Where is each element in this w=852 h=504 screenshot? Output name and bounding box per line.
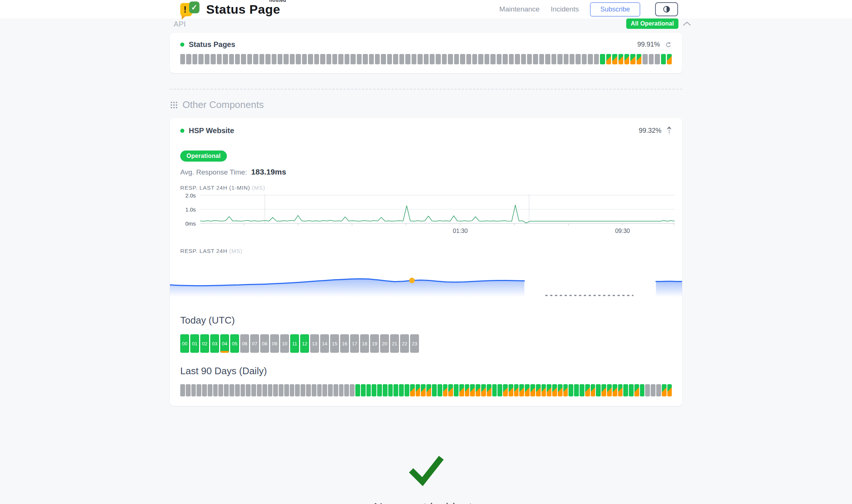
uptime-bar[interactable] — [412, 54, 416, 64]
uptime-bar[interactable] — [521, 54, 526, 64]
day-block[interactable] — [393, 384, 398, 396]
hour-block-15[interactable]: 15 — [330, 334, 339, 353]
day-block[interactable] — [547, 384, 551, 396]
day-block[interactable] — [186, 384, 191, 396]
day-block[interactable] — [322, 384, 327, 396]
day-block[interactable] — [410, 384, 415, 396]
day-block[interactable] — [667, 384, 672, 396]
day-block[interactable] — [197, 384, 201, 396]
day-block[interactable] — [202, 384, 207, 396]
day-block[interactable] — [421, 384, 426, 396]
hour-block-17[interactable]: 17 — [350, 334, 359, 353]
uptime-bar[interactable] — [338, 54, 343, 64]
uptime-bar[interactable] — [454, 54, 459, 64]
uptime-bar[interactable] — [460, 54, 465, 64]
day-block[interactable] — [503, 384, 508, 396]
day-block[interactable] — [377, 384, 382, 396]
uptime-bar[interactable] — [606, 54, 611, 64]
day-block[interactable] — [580, 384, 584, 396]
hour-block-19[interactable]: 19 — [370, 334, 379, 353]
day-block[interactable] — [437, 384, 442, 396]
uptime-bar[interactable] — [472, 54, 477, 64]
hour-block-20[interactable]: 20 — [380, 334, 389, 353]
day-block[interactable] — [476, 384, 480, 396]
uptime-bar[interactable] — [198, 54, 203, 64]
day-block[interactable] — [372, 384, 376, 396]
day-block[interactable] — [224, 384, 229, 396]
hour-block-02[interactable]: 02 — [200, 334, 209, 353]
hour-block-13[interactable]: 13 — [310, 334, 319, 353]
uptime-bar[interactable] — [466, 54, 471, 64]
day-block[interactable] — [541, 384, 546, 396]
uptime-bar[interactable] — [223, 54, 228, 64]
hour-block-05[interactable]: 05 — [230, 334, 239, 353]
uptime-bar[interactable] — [527, 54, 532, 64]
uptime-bar[interactable] — [545, 54, 550, 64]
day-block[interactable] — [218, 384, 223, 396]
day-block[interactable] — [355, 384, 360, 396]
hour-block-22[interactable]: 22 — [400, 334, 409, 353]
uptime-bar[interactable] — [308, 54, 313, 64]
day-block[interactable] — [268, 384, 273, 396]
day-block[interactable] — [295, 384, 300, 396]
hour-block-10[interactable]: 10 — [280, 334, 289, 353]
uptime-bar[interactable] — [205, 54, 209, 64]
uptime-bar[interactable] — [253, 54, 258, 64]
uptime-bar[interactable] — [655, 54, 660, 64]
day-block[interactable] — [492, 384, 497, 396]
hour-block-16[interactable]: 16 — [340, 334, 349, 353]
uptime-bar[interactable] — [363, 54, 368, 64]
uptime-bar[interactable] — [582, 54, 587, 64]
day-block[interactable] — [563, 384, 568, 396]
day-block[interactable] — [405, 384, 409, 396]
chevron-up-icon[interactable] — [683, 21, 691, 26]
hour-block-01[interactable]: 01 — [190, 334, 199, 353]
day-block[interactable] — [251, 384, 256, 396]
day-block[interactable] — [339, 384, 344, 396]
uptime-bar[interactable] — [533, 54, 538, 64]
uptime-bar[interactable] — [570, 54, 574, 64]
day-block[interactable] — [487, 384, 492, 396]
uptime-bar[interactable] — [509, 54, 514, 64]
uptime-bar[interactable] — [241, 54, 246, 64]
uptime-bar[interactable] — [436, 54, 440, 64]
uptime-bar[interactable] — [278, 54, 282, 64]
hour-block-00[interactable]: 00 — [180, 334, 189, 353]
uptime-bar[interactable] — [643, 54, 647, 64]
refresh-icon[interactable] — [665, 41, 672, 48]
day-block[interactable] — [607, 384, 612, 396]
day-block[interactable] — [312, 384, 316, 396]
uptime-bar[interactable] — [430, 54, 435, 64]
day-block[interactable] — [235, 384, 240, 396]
uptime-bar[interactable] — [503, 54, 507, 64]
day-block[interactable] — [509, 384, 513, 396]
uptime-bar[interactable] — [186, 54, 191, 64]
uptime-bar[interactable] — [332, 54, 337, 64]
day-block[interactable] — [519, 384, 524, 396]
day-block[interactable] — [399, 384, 404, 396]
day-block[interactable] — [426, 384, 431, 396]
uptime-bar[interactable] — [551, 54, 556, 64]
uptime-bar[interactable] — [211, 54, 215, 64]
uptime-bar[interactable] — [259, 54, 264, 64]
day-block[interactable] — [432, 384, 437, 396]
hour-block-23[interactable]: 23 — [410, 334, 419, 353]
day-block[interactable] — [585, 384, 590, 396]
day-block[interactable] — [514, 384, 519, 396]
day-block[interactable] — [465, 384, 470, 396]
day-block[interactable] — [454, 384, 459, 396]
data-point-marker[interactable] — [409, 278, 415, 283]
day-block[interactable] — [284, 384, 289, 396]
uptime-bar[interactable] — [594, 54, 599, 64]
uptime-bar[interactable] — [624, 54, 629, 64]
subscribe-button[interactable]: Subscribe — [590, 2, 640, 17]
day-block[interactable] — [388, 384, 393, 396]
uptime-bar[interactable] — [405, 54, 410, 64]
day-block[interactable] — [241, 384, 245, 396]
day-block[interactable] — [574, 384, 579, 396]
day-block[interactable] — [662, 384, 667, 396]
uptime-bar[interactable] — [284, 54, 288, 64]
uptime-bar[interactable] — [448, 54, 453, 64]
day-block[interactable] — [361, 384, 366, 396]
day-block[interactable] — [273, 384, 278, 396]
